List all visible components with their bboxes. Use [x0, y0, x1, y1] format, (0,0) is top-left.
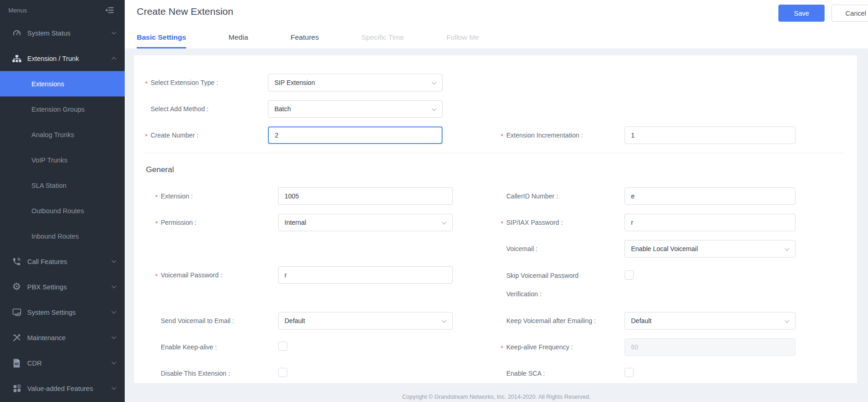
selected-value: Batch	[274, 105, 291, 113]
required-marker: *	[501, 339, 503, 357]
row-permission: *Permission : Internal *SIP/IAX Password…	[134, 214, 857, 231]
chevron-down-icon	[112, 30, 116, 35]
chevron-up-icon	[112, 57, 116, 62]
selected-value: Default	[285, 317, 305, 324]
gauge-icon	[12, 28, 22, 38]
row-disable-this-extension: Disable This Extension : Enable SCA :	[134, 365, 857, 382]
tab-follow-me: Follow Me	[446, 33, 479, 48]
create-number-input[interactable]	[268, 126, 443, 144]
chevron-down-icon	[432, 107, 437, 111]
row-enable-keep-alive: Enable Keep-alive : *Keep-alive Frequenc…	[134, 338, 857, 356]
sidebar-item-sla-station[interactable]: SLA Station	[0, 173, 125, 198]
row-voicemail-password: *Voicemail Password : Skip Voicemail Pas…	[134, 266, 857, 303]
sidebar-item-maintenance[interactable]: Maintenance	[0, 325, 125, 350]
row-send-voicemail-to-email: Send Voicemail to Email : Default Keep V…	[134, 312, 857, 330]
ucm-admin-window: Menus System Status Extension / Trunk Ex…	[0, 0, 868, 402]
chevron-down-icon	[785, 318, 789, 323]
disable-this-extension-checkbox[interactable]	[278, 368, 287, 377]
field-label: Select Add Method :	[145, 100, 268, 118]
sidebar-item-extension-groups[interactable]: Extension Groups	[0, 96, 125, 122]
field-label: Disable This Extension :	[155, 365, 278, 382]
sidebar-item-call-features[interactable]: Call Features	[0, 249, 125, 274]
field-label: Send Voicemail to Email :	[155, 312, 278, 330]
enable-sca-checkbox[interactable]	[625, 368, 634, 377]
selected-value: SIP Extension	[274, 79, 315, 86]
tab-specific-time: Specific Time	[361, 33, 404, 48]
sidebar-item-label: CDR	[27, 360, 112, 367]
field-label: *Voicemail Password :	[155, 266, 278, 284]
field-label: Skip Voicemail Password Verification :	[501, 266, 625, 303]
required-marker: *	[155, 188, 158, 206]
section-divider	[145, 153, 846, 153]
sidebar-item-extension-trunk[interactable]: Extension / Trunk	[0, 46, 125, 71]
chevron-down-icon	[785, 246, 789, 251]
chevron-down-icon	[112, 335, 116, 339]
selected-value: Default	[631, 317, 651, 324]
send-voicemail-to-email-dropdown[interactable]: Default	[278, 312, 453, 330]
select-extension-type-dropdown[interactable]: SIP Extension	[268, 74, 443, 91]
sidebar-item-label: System Settings	[27, 309, 112, 316]
row-create-number: *Create Number : *Extension Incrementati…	[134, 126, 857, 144]
sidebar-item-outbound-routes[interactable]: Outbound Routes	[0, 198, 125, 223]
monitor-gear-icon	[12, 307, 22, 318]
save-button[interactable]: Save	[778, 5, 825, 22]
field-label: *Select Extension Type :	[145, 74, 268, 91]
permission-dropdown[interactable]: Internal	[278, 214, 453, 231]
keep-voicemail-after-emailing-dropdown[interactable]: Default	[625, 312, 795, 330]
sidebar-item-inbound-routes[interactable]: Inbound Routes	[0, 223, 125, 249]
field-label: *Keep-alive Frequency :	[501, 338, 625, 356]
sidebar-collapse-icon[interactable]	[104, 6, 115, 14]
form-card: *Select Extension Type : SIP Extension S…	[134, 55, 857, 383]
sidebar-item-analog-trunks[interactable]: Analog Trunks	[0, 122, 125, 147]
field-label: Enable Keep-alive :	[155, 338, 278, 356]
required-marker: *	[155, 215, 158, 232]
copyright-footer: Copyright © Grandstream Networks, Inc. 2…	[125, 394, 868, 400]
chevron-down-icon	[112, 258, 116, 263]
callerid-number-input[interactable]	[625, 187, 795, 205]
sidebar-item-system-settings[interactable]: System Settings	[0, 300, 125, 325]
sidebar-item-extensions[interactable]: Extensions	[0, 71, 125, 96]
tab-features[interactable]: Features	[291, 33, 319, 48]
keep-alive-frequency-input	[625, 338, 795, 356]
field-label: Keep Voicemail after Emailing :	[501, 312, 625, 330]
sidebar-brand: Menus	[8, 7, 27, 14]
enable-keep-alive-checkbox[interactable]	[278, 342, 287, 351]
chevron-down-icon	[112, 360, 116, 365]
select-add-method-dropdown[interactable]: Batch	[268, 100, 443, 118]
tab-media[interactable]: Media	[229, 33, 248, 48]
topbar: Create New Extension Save Cancel Basic S…	[125, 0, 868, 48]
tab-basic-settings[interactable]: Basic Settings	[137, 33, 186, 48]
document-icon	[12, 358, 22, 368]
general-section-title: General	[146, 165, 857, 174]
extension-incrementation-input[interactable]	[625, 126, 795, 144]
tab-bar: Basic Settings Media Features Specific T…	[137, 33, 522, 48]
chevron-down-icon	[112, 284, 116, 288]
chevron-down-icon	[112, 309, 116, 314]
field-label: *SIP/IAX Password :	[501, 214, 625, 231]
required-marker: *	[145, 127, 147, 145]
sidebar-item-cdr[interactable]: CDR	[0, 350, 125, 376]
voicemail-password-input[interactable]	[278, 266, 453, 284]
sidebar: Menus System Status Extension / Trunk Ex…	[0, 0, 125, 402]
voicemail-dropdown[interactable]: Enable Local Voicemail	[625, 240, 795, 258]
required-marker: *	[155, 267, 158, 285]
chevron-down-icon	[442, 220, 447, 225]
sip-iax-password-input[interactable]	[625, 214, 795, 231]
sidebar-item-system-status[interactable]: System Status	[0, 20, 125, 46]
required-marker: *	[501, 127, 503, 145]
main-area: Create New Extension Save Cancel Basic S…	[125, 0, 868, 402]
selected-value: Internal	[285, 219, 306, 226]
skip-voicemail-password-checkbox[interactable]	[625, 270, 634, 280]
sidebar-item-voip-trunks[interactable]: VoIP Trunks	[0, 147, 125, 173]
required-marker: *	[501, 215, 503, 232]
sidebar-item-pbx-settings[interactable]: ⚙ PBX Settings	[0, 274, 125, 300]
field-label: *Extension :	[155, 187, 278, 205]
sidebar-item-label: Call Features	[27, 258, 112, 265]
sidebar-item-label: Extension / Trunk	[27, 55, 112, 62]
extension-input[interactable]	[278, 187, 453, 205]
chevron-down-icon	[442, 318, 447, 323]
cancel-button[interactable]: Cancel	[832, 5, 868, 22]
field-label: *Create Number :	[145, 126, 268, 144]
sidebar-item-value-added-features[interactable]: Value-added Features	[0, 376, 125, 401]
sidebar-item-label: System Status	[27, 30, 112, 37]
